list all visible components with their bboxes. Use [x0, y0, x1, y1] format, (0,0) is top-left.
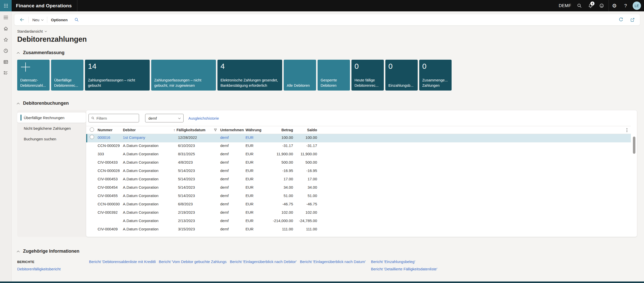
- workspaces-button[interactable]: [2, 59, 10, 65]
- help-button[interactable]: ?: [620, 0, 631, 11]
- vertical-tab-buchungen-suchen[interactable]: Buchungen suchen: [17, 134, 86, 144]
- related-section-header[interactable]: Zugehörige Informationen: [17, 249, 79, 254]
- vertical-tab-überfällige-rechnungen[interactable]: Überfällige Rechnungen: [17, 113, 86, 123]
- summary-tile[interactable]: Gesperrte Debitoren: [318, 60, 350, 91]
- cell-saldo: 111.00: [294, 227, 318, 231]
- table-row[interactable]: 0000161st Company12/28/2022demfEUR100.00…: [86, 134, 631, 142]
- view-selector[interactable]: Standardansicht: [17, 29, 47, 33]
- table-row[interactable]: CCN-000029A.Datum Corporation6/10/2023de…: [86, 142, 631, 151]
- tile-label: Datensatz-Debitorenzahl...: [20, 78, 48, 88]
- refresh-button[interactable]: [618, 17, 624, 22]
- chevron-up-icon: [17, 103, 19, 105]
- cell-betrag: 11,900.00: [264, 152, 294, 156]
- vertical-scrollbar-thumb[interactable]: [633, 137, 635, 154]
- bottom-edge-strip: [0, 281, 644, 283]
- summary-tile[interactable]: 0Zusammenge... Zahlungen: [419, 60, 452, 91]
- column-header-waehrung[interactable]: Währung: [246, 128, 264, 132]
- transactions-section-header[interactable]: Debitorenbuchungen: [17, 101, 69, 106]
- filter-field[interactable]: [88, 114, 139, 122]
- open-in-new-window-button[interactable]: [630, 17, 635, 22]
- table-row[interactable]: CCN-000030A.Datum Corporation6/8/2023dem…: [86, 201, 631, 209]
- home-button[interactable]: [2, 26, 10, 32]
- table-row[interactable]: CIV-000455A.Datum Corporation5/14/2023de…: [86, 192, 631, 201]
- company-filter-dropdown[interactable]: demf: [145, 114, 184, 122]
- new-button[interactable]: Neu: [32, 18, 43, 22]
- table-row[interactable]: CIV-000433A.Datum Corporation4/8/2023dem…: [86, 159, 631, 167]
- transactions-nav-panel: Überfällige RechnungenNicht beglichene Z…: [17, 110, 86, 237]
- table-row[interactable]: CCN-000028A.Datum Corporation5/14/2023de…: [86, 167, 631, 176]
- modules-button[interactable]: [2, 70, 10, 76]
- summary-tile[interactable]: Überfällige Debitorenrec...: [51, 60, 83, 91]
- settlement-history-link[interactable]: Ausgleichshistorie: [188, 116, 219, 120]
- filter-input[interactable]: [96, 116, 136, 120]
- back-button[interactable]: [19, 17, 25, 22]
- cell-faelligkeitsdatum: 4/8/2023: [173, 160, 220, 164]
- table-row[interactable]: CIV-000453A.Datum Corporation5/14/2023de…: [86, 176, 631, 184]
- recent-button[interactable]: [2, 48, 10, 54]
- row-radio[interactable]: [90, 135, 94, 139]
- table-row[interactable]: 333A.Datum Corporation8/31/2025demfEUR11…: [86, 151, 631, 159]
- toolbar-search-button[interactable]: [74, 17, 79, 22]
- company-selector[interactable]: DEMF: [559, 3, 571, 8]
- waehrung-link[interactable]: EUR: [246, 135, 254, 140]
- search-button[interactable]: [574, 0, 585, 11]
- cell-betrag: 100.00: [264, 135, 294, 140]
- column-header-saldo[interactable]: Saldo: [294, 128, 318, 132]
- nummer-link[interactable]: 000016: [98, 135, 110, 140]
- summary-tile[interactable]: 0Einzahlungsb...: [385, 60, 418, 91]
- search-icon: [91, 116, 94, 120]
- search-icon: [74, 17, 79, 22]
- feedback-button[interactable]: [596, 0, 607, 11]
- column-header-debitor[interactable]: Debitor: [123, 128, 173, 132]
- summary-tile[interactable]: Alle Debitoren: [284, 60, 316, 91]
- report-link[interactable]: Debitorenfälligkeitsbericht: [17, 267, 89, 271]
- vertical-tab-nicht-beglichene-zahlungen[interactable]: Nicht beglichene Zahlungen: [17, 123, 86, 133]
- related-section-title: Zugehörige Informationen: [23, 249, 79, 254]
- notifications-button[interactable]: 4: [585, 0, 596, 11]
- summary-tile[interactable]: 0Heute fällige Debitorenrec...: [351, 60, 384, 91]
- grid-more-options-button[interactable]: [627, 128, 627, 132]
- summary-tile[interactable]: Datensatz-Debitorenzahl...: [17, 60, 50, 91]
- summary-section-header[interactable]: Zusammenfassung: [17, 50, 64, 55]
- cell-saldo: -31.17: [294, 143, 318, 148]
- home-icon: [3, 26, 8, 31]
- table-row[interactable]: CIV-000409A.Datum Corporation3/15/2023de…: [86, 226, 631, 234]
- debitor-link[interactable]: 1st Company: [123, 135, 145, 140]
- column-header-betrag[interactable]: Betrag: [264, 128, 294, 132]
- report-link[interactable]: Bericht 'Einlagenüberblick nach Datum': [300, 259, 371, 264]
- summary-tile[interactable]: 4Elektronische Zahlungen gesendet, Bankb…: [217, 60, 282, 91]
- tile-count: 0: [388, 62, 415, 71]
- tile-label: Zahlungserfassungen – nicht gebucht, mir…: [154, 78, 214, 88]
- table-row[interactable]: CIV-000454A.Datum Corporation5/14/2023de…: [86, 184, 631, 192]
- expand-menu-button[interactable]: [2, 14, 10, 20]
- cell-waehrung: EUR: [246, 177, 264, 181]
- cell-waehrung: EUR: [246, 227, 264, 231]
- user-avatar[interactable]: LE: [633, 2, 641, 10]
- table-row[interactable]: A.Datum Corporation2/13/2023demfEUR-214,…: [86, 217, 631, 226]
- column-header-nummer[interactable]: Nummer: [98, 128, 123, 132]
- cell-saldo: 34.00: [294, 185, 318, 189]
- select-all-radio[interactable]: [90, 127, 94, 132]
- star-icon: [3, 37, 8, 42]
- column-header-unternehmen[interactable]: Unternehmen: [220, 128, 246, 132]
- table-row[interactable]: CIV-000392A.Datum Corporation2/19/2023de…: [86, 209, 631, 217]
- options-button[interactable]: Optionen: [51, 18, 68, 22]
- app-launcher-waffle-icon[interactable]: [0, 0, 12, 11]
- report-link[interactable]: Bericht 'Vom Debitor gebuchte Zahlungs: [159, 259, 230, 264]
- report-link[interactable]: Bericht 'Detaillierte Fälligkeitsdatenli…: [371, 267, 637, 271]
- tile-label: Elektronische Zahlungen gesendet, Bankbe…: [220, 78, 280, 88]
- report-link[interactable]: Bericht 'Einzahlungsbeleg': [371, 259, 637, 264]
- cell-faelligkeitsdatum: 12/28/2022: [173, 135, 220, 140]
- summary-tile[interactable]: Zahlungserfassungen – nicht gebucht, mir…: [151, 60, 216, 91]
- report-link[interactable]: Bericht 'Debitorensaldenliste mit Kredit…: [89, 259, 159, 264]
- cell-unternehmen: demf: [220, 210, 246, 214]
- summary-tile[interactable]: 14Zahlungserfassungen – nicht gebucht: [85, 60, 150, 91]
- cell-faelligkeitsdatum: 8/31/2025: [173, 152, 220, 156]
- column-header-faelligkeitsdatum[interactable]: ↑ Fälligkeitsdatum: [173, 128, 220, 132]
- unternehmen-link[interactable]: demf: [220, 135, 229, 140]
- report-link[interactable]: Bericht 'Einlagenüberblick nach Debitor': [230, 259, 300, 264]
- cell-faelligkeitsdatum: 5/14/2023: [173, 168, 220, 173]
- favorites-button[interactable]: [2, 37, 10, 43]
- settings-button[interactable]: ⚙: [609, 0, 620, 11]
- new-button-label: Neu: [32, 18, 39, 22]
